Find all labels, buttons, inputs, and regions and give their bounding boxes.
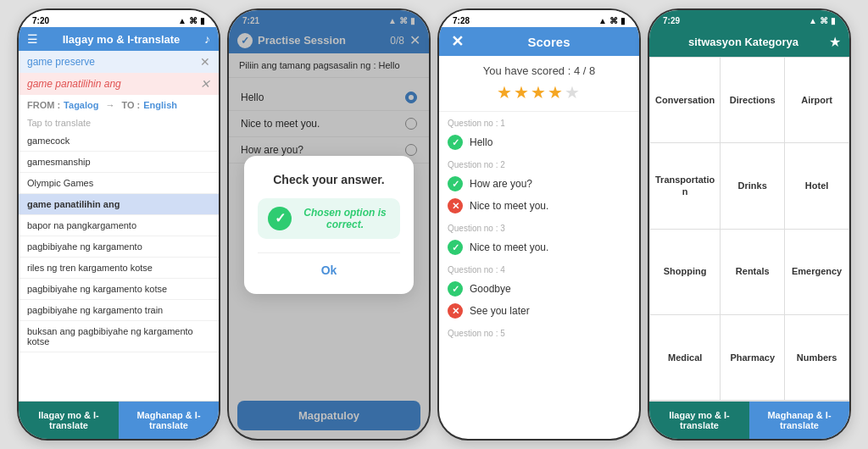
question-4: Question no : 4 ✓ Goodbye ✕ See you late… [448, 265, 631, 322]
word-item[interactable]: Olympic Games [19, 173, 219, 194]
battery-icon4: ▮ [831, 16, 836, 25]
cat-transportation[interactable]: Transportatio n [650, 143, 721, 229]
star-icon[interactable]: ★ [829, 34, 841, 50]
screen1-status-bar: 7:20 ▲ ⌘ ▮ [19, 10, 219, 27]
score-text: You have scored : 4 / 8 [448, 64, 631, 77]
ans-text-1-1: Hello [470, 136, 492, 148]
cat-conversation[interactable]: Conversation [650, 58, 721, 143]
word-item[interactable]: gamecock [19, 130, 219, 152]
score-section: You have scored : 4 / 8 ★★★★★ [439, 56, 639, 112]
screen3-title: Scores [470, 35, 627, 49]
cat-shopping[interactable]: Shopping [650, 230, 721, 315]
screen3-time: 7:28 [453, 16, 470, 25]
ans-text-3-1: Nice to meet you. [470, 241, 548, 253]
ans-check-correct-4: ✓ [448, 281, 463, 297]
big-check-icon: ✓ [268, 207, 292, 230]
screen4-status-icons: ▲ ⌘ ▮ [809, 16, 836, 25]
screen4-status-bar: 7:29 ▲ ⌘ ▮ [649, 10, 849, 27]
question-1: Question no : 1 ✓ Hello [448, 119, 631, 153]
screen2-phone: 7:21 ▲ ⌘ ▮ ✓ Practise Session 0/8 ✕ Pili… [227, 8, 431, 441]
modal-box: Check your answer. ✓ Chosen option is co… [244, 156, 414, 294]
word-item[interactable]: bapor na pangkargamento [19, 215, 219, 236]
word-item[interactable]: pagbibiyahe ng kargamento train [19, 300, 219, 321]
menu-icon[interactable]: ☰ [27, 32, 38, 46]
screen4-title: sitwasyon Kategorya [658, 36, 829, 48]
signal-icon4: ▲ [809, 16, 817, 25]
ans-check-wrong-2: ✕ [448, 198, 463, 213]
word-item[interactable]: pagbibiyahe ng kargamento kotse [19, 279, 219, 300]
lang-arrow: → [105, 100, 114, 110]
modal-correct-text: Chosen option is correct. [300, 207, 390, 230]
game-panatilihin-text: game panatilihin ang [27, 78, 121, 90]
question-5: Question no : 5 [448, 329, 631, 338]
q-answer-4-1: ✓ Goodbye [448, 278, 631, 300]
word-item[interactable]: riles ng tren kargamento kotse [19, 258, 219, 279]
q-label-4: Question no : 4 [448, 265, 631, 274]
screen3-phone: 7:28 ▲ ⌘ ▮ ✕ Scores You have scored : 4 … [437, 8, 641, 441]
q-label-1: Question no : 1 [448, 119, 631, 128]
category-grid: Conversation Directions Airport Transpor… [649, 57, 849, 401]
word-item[interactable]: game panatilihin ang [19, 194, 219, 215]
wifi-icon4: ⌘ [820, 16, 828, 25]
ans-text-4-1: Goodbye [470, 283, 511, 295]
ans-text-2-2: Nice to meet you. [470, 200, 548, 212]
q-label-2: Question no : 2 [448, 160, 631, 169]
cat-emergency[interactable]: Emergency [785, 230, 849, 315]
cat-drinks[interactable]: Drinks [721, 143, 785, 229]
star-empty: ★ [565, 83, 581, 102]
cat-rentals[interactable]: Rentals [721, 230, 785, 315]
modal-overlay: Check your answer. ✓ Chosen option is co… [229, 10, 429, 439]
screen4-time: 7:29 [663, 16, 680, 25]
word-item[interactable]: gamesmanship [19, 152, 219, 173]
screen3-status-icons: ▲ ⌘ ▮ [598, 16, 626, 25]
wifi-icon3: ⌘ [609, 16, 618, 25]
screen1-title: Ilagay mo & I-translate [45, 33, 198, 46]
to-lang[interactable]: English [143, 100, 177, 110]
from-lang[interactable]: Tagalog [64, 100, 98, 110]
screen4-footer: Ilagay mo & I-translate Maghanap & I-tra… [649, 401, 849, 439]
ilagay-button[interactable]: Ilagay mo & I-translate [19, 402, 119, 439]
screen3-close[interactable]: ✕ [451, 32, 464, 51]
modal-ok-button[interactable]: Ok [258, 252, 400, 277]
cat-airport[interactable]: Airport [785, 58, 849, 143]
screen1-status-icons: ▲ ⌘ ▮ [178, 16, 205, 25]
q-label-5: Question no : 5 [448, 329, 631, 338]
game-preserve-close[interactable]: ✕ [200, 55, 210, 69]
screen4-ilagay-button[interactable]: Ilagay mo & I-translate [649, 402, 749, 439]
music-icon[interactable]: ♪ [204, 32, 210, 46]
modal-correct: ✓ Chosen option is correct. [258, 198, 400, 239]
screen3-status-bar: 7:28 ▲ ⌘ ▮ [439, 10, 639, 27]
ans-text-2-1: How are you? [470, 178, 532, 190]
word-item[interactable]: pagbibiyahe ng kargamento [19, 236, 219, 258]
ans-check-correct: ✓ [448, 135, 463, 150]
ans-check-correct-3: ✓ [448, 240, 463, 255]
q-answer-1-1: ✓ Hello [448, 131, 631, 153]
ans-check-correct-2: ✓ [448, 176, 463, 191]
game-preserve-text: game preserve [27, 56, 95, 68]
screen1-time: 7:20 [32, 16, 49, 25]
game-preserve-bar[interactable]: game preserve ✕ [19, 51, 219, 73]
q-answer-2-2: ✕ Nice to meet you. [448, 195, 631, 217]
screen3-header: ✕ Scores [439, 27, 639, 56]
q-answer-4-2: ✕ See you later [448, 300, 631, 322]
game-panatilihin-bar[interactable]: game panatilihin ang ✕ [19, 73, 219, 95]
game-panatilihin-close[interactable]: ✕ [200, 77, 210, 91]
cat-pharmacy[interactable]: Pharmacy [721, 315, 785, 401]
q-answer-3-1: ✓ Nice to meet you. [448, 236, 631, 258]
cat-hotel[interactable]: Hotel [785, 143, 849, 229]
word-list: gamecockgamesmanshipOlympic Gamesgame pa… [19, 130, 219, 401]
questions-scroll[interactable]: Question no : 1 ✓ Hello Question no : 2 … [439, 112, 639, 439]
cat-medical[interactable]: Medical [650, 315, 721, 401]
screen1-phone: 7:20 ▲ ⌘ ▮ ☰ Ilagay mo & I-translate ♪ g… [17, 8, 220, 441]
screen4-maghanap-button[interactable]: Maghanap & I-translate [749, 402, 849, 439]
q-label-3: Question no : 3 [448, 224, 631, 233]
screen1-footer: Ilagay mo & I-translate Maghanap & I-tra… [19, 401, 219, 439]
word-item[interactable]: buksan ang pagbibiyahe ng kargamento kot… [19, 321, 219, 352]
screen4-header: sitwasyon Kategorya ★ [649, 27, 849, 57]
q-answer-2-1: ✓ How are you? [448, 173, 631, 195]
battery-icon: ▮ [200, 16, 205, 25]
maghanap-button[interactable]: Maghanap & I-translate [119, 402, 219, 439]
screen1-header: ☰ Ilagay mo & I-translate ♪ [19, 27, 219, 51]
cat-numbers[interactable]: Numbers [785, 315, 849, 401]
cat-directions[interactable]: Directions [721, 58, 785, 143]
